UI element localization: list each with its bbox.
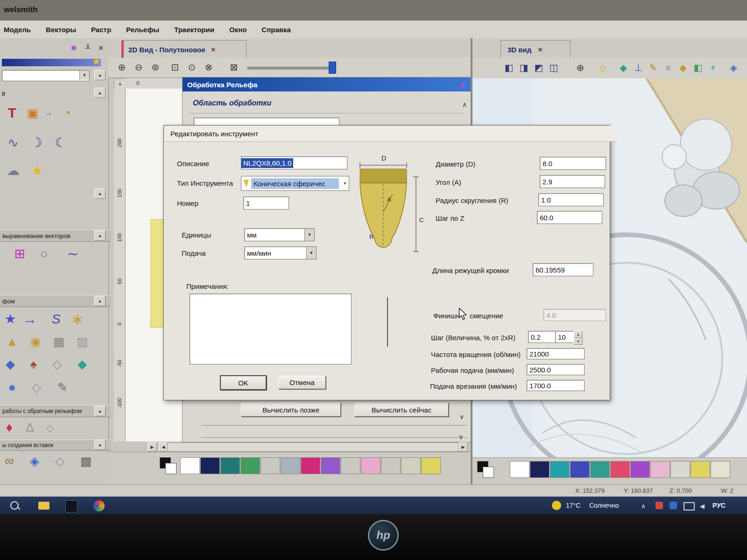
units-dropdown-icon[interactable]: ▼ (304, 229, 314, 241)
color-swatch[interactable] (550, 461, 570, 478)
iso-view-icon[interactable]: ◧ (502, 61, 516, 74)
light-icon[interactable]: ☼ (596, 61, 610, 74)
panel-pin-icon[interactable]: ╨ (82, 42, 93, 53)
color-swatch[interactable] (530, 461, 550, 478)
align-curve-icon[interactable]: ∼ (63, 245, 82, 263)
section-vector-align-button[interactable]: ▲ (94, 231, 106, 241)
work-feed-input[interactable]: 2500.0 (527, 364, 585, 375)
secondary-color-swatch-3d[interactable] (483, 467, 494, 478)
render-icon[interactable]: ◈ (726, 61, 740, 74)
section-transform-button[interactable]: ▲ (94, 296, 106, 306)
secondary-color-swatch[interactable] (165, 463, 176, 474)
color-swatch[interactable] (281, 457, 300, 474)
measure-tool-icon[interactable]: ◔ (58, 104, 77, 122)
step-input[interactable]: 0.2 (528, 331, 557, 343)
color-swatch[interactable] (261, 457, 280, 474)
arrow-blue-icon[interactable]: → (21, 310, 39, 329)
menu-item-window[interactable]: Окно (229, 26, 247, 34)
edge-length-input[interactable]: 60.19559 (533, 263, 593, 276)
top-view-icon[interactable]: ◫ (547, 61, 561, 74)
panel-close-icon[interactable]: × (95, 42, 106, 53)
front-view-icon[interactable]: ◨ (517, 61, 531, 74)
weather-sun-icon[interactable] (552, 501, 561, 510)
pyramids-gray-icon[interactable]: ∆ (21, 418, 39, 437)
color-swatch[interactable] (610, 461, 630, 478)
section-reverse-relief-button[interactable]: ▲ (94, 406, 106, 416)
arc-tool-icon[interactable]: ☽ (27, 133, 46, 152)
layer-combo[interactable]: ▼ (2, 70, 90, 81)
ok-button[interactable]: OK (220, 375, 267, 390)
units-combo[interactable]: мм ▼ (244, 228, 315, 241)
tab-3d-close-icon[interactable]: × (538, 46, 543, 54)
tray-chevron-icon[interactable]: ∧ (639, 501, 648, 511)
feed-dropdown-icon[interactable]: ▼ (306, 247, 316, 259)
number-input[interactable]: 1 (243, 196, 289, 210)
menu-item-raster[interactable]: Растр (91, 26, 111, 34)
color-swatch[interactable] (180, 457, 200, 474)
color-swatch[interactable] (220, 457, 240, 474)
sketch-icon[interactable]: ✎ (646, 61, 660, 74)
align-circles-icon[interactable]: ○ (35, 245, 53, 263)
language-indicator[interactable]: РУС (712, 502, 726, 509)
tree-icon[interactable]: ♠ (24, 355, 43, 373)
menu-item-toolpaths[interactable]: Траектории (174, 26, 214, 34)
zoom-fit-icon[interactable]: ⊛ (148, 61, 162, 74)
shapes-icon[interactable]: ◇ (48, 355, 66, 373)
volume-icon[interactable]: ◀ (698, 501, 707, 511)
notes-textarea[interactable] (190, 294, 352, 364)
color-swatch[interactable] (590, 461, 610, 478)
dialog-titlebar[interactable]: Редактировать инструмент (164, 126, 616, 142)
angle-input[interactable]: 2.9 (540, 175, 605, 188)
zoom-box-icon[interactable]: ⊡ (168, 61, 182, 74)
gem-info-icon[interactable]: ◈ (25, 452, 44, 470)
app-icon-color[interactable] (93, 500, 105, 511)
stepper-up-icon[interactable]: ▲ (574, 331, 583, 338)
diamond-teal-icon[interactable]: ◆ (73, 355, 92, 373)
knot-icon[interactable]: ∗ (68, 310, 87, 329)
step-percent-stepper[interactable]: ▲ ▼ (574, 331, 582, 343)
sphere-icon[interactable]: ● (3, 378, 21, 397)
align-squares-icon[interactable]: ⊞ (10, 245, 29, 263)
menu-item-vectors[interactable]: Векторы (46, 26, 76, 34)
material-icon[interactable]: ◆ (616, 61, 630, 74)
s-curve-icon[interactable]: S (47, 310, 65, 329)
diameter-input[interactable]: 8.0 (540, 157, 606, 170)
shapes-small-icon[interactable]: ◇ (43, 421, 57, 435)
grayscale-toggle-icon[interactable]: ⊠ (227, 61, 241, 74)
scroll-corner-button[interactable]: ▶ (148, 442, 157, 452)
stepper-down-icon[interactable]: ▼ (574, 338, 583, 345)
color-swatch[interactable] (301, 457, 320, 474)
radius-input[interactable]: 1.0 (538, 193, 604, 206)
relief-red-icon[interactable]: ♦ (0, 418, 19, 437)
section-inserts-button[interactable]: ▲ (94, 440, 106, 450)
chevron-down-icon[interactable]: ▼ (79, 70, 89, 80)
pen-tool-icon[interactable]: ✎ (53, 378, 72, 397)
panel-gem-icon[interactable]: ◆ (68, 42, 79, 53)
color-swatch[interactable] (200, 457, 220, 474)
weather-temp[interactable]: 17°C (566, 502, 580, 509)
menu-item-reliefs[interactable]: Рельефы (126, 26, 159, 34)
display-icon[interactable] (684, 502, 695, 511)
hscroll-track[interactable] (167, 442, 458, 452)
color-swatch[interactable] (321, 457, 340, 474)
color-swatch[interactable] (711, 461, 730, 478)
tool-type-combo[interactable]: Коническая сферичес ▼ (241, 176, 349, 191)
tab-2d-close-icon[interactable]: × (211, 46, 216, 54)
calc-later-button[interactable]: Вычислить позже (241, 403, 341, 417)
color-swatch[interactable] (341, 457, 360, 474)
relief-panel-titlebar[interactable]: Обработка Рельефа ◆ × (183, 77, 480, 91)
rings-icon[interactable]: ∞ (0, 452, 19, 470)
paint-tool-icon[interactable]: ▣ (23, 104, 42, 122)
pattern-icon[interactable]: ▩ (77, 452, 95, 470)
color-swatch[interactable] (381, 457, 401, 474)
coins-icon[interactable]: ◉ (26, 332, 45, 351)
zoom-object-icon[interactable]: ⊙ (185, 61, 199, 74)
favorites-star-icon[interactable]: ★ (90, 55, 103, 68)
menu-item-model[interactable]: Модель (4, 26, 31, 34)
shade-icon[interactable]: ◧ (691, 61, 705, 74)
rpm-input[interactable]: 21000 (527, 348, 585, 359)
hscroll-left-button[interactable]: ◀ (159, 442, 168, 452)
search-icon[interactable] (10, 501, 19, 510)
color-swatch[interactable] (650, 461, 670, 478)
color-swatch[interactable] (421, 457, 441, 474)
